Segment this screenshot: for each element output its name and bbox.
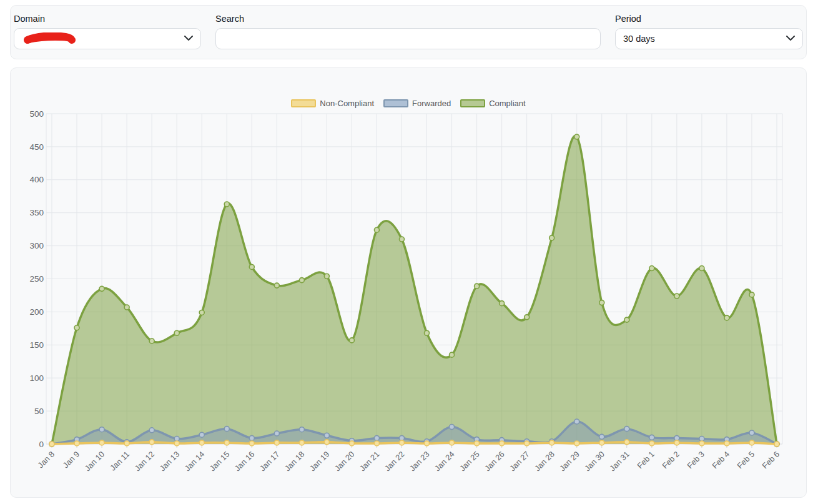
svg-text:Jan 21: Jan 21 bbox=[358, 450, 382, 473]
period-field: Period 30 days bbox=[615, 14, 803, 49]
svg-text:Jan 11: Jan 11 bbox=[108, 450, 131, 473]
svg-text:Jan 16: Jan 16 bbox=[233, 450, 257, 473]
legend-swatch bbox=[383, 99, 408, 107]
legend-swatch bbox=[291, 99, 316, 107]
legend-label: Compliant bbox=[489, 99, 526, 108]
legend-item[interactable]: Non-Compliant bbox=[291, 99, 374, 108]
svg-text:Jan 30: Jan 30 bbox=[583, 450, 606, 473]
chart-card: Non-CompliantForwardedCompliant 05010015… bbox=[10, 67, 807, 498]
period-select[interactable]: 30 days bbox=[615, 28, 803, 49]
svg-text:Jan 31: Jan 31 bbox=[608, 450, 631, 473]
legend-swatch bbox=[460, 99, 485, 107]
legend-item[interactable]: Forwarded bbox=[383, 99, 451, 108]
filters-bar: Domain Search Period 30 days bbox=[10, 5, 807, 59]
search-label: Search bbox=[215, 14, 601, 24]
svg-text:300: 300 bbox=[29, 241, 44, 250]
svg-text:Feb 5: Feb 5 bbox=[735, 450, 756, 471]
period-value: 30 days bbox=[623, 34, 655, 44]
svg-text:Jan 26: Jan 26 bbox=[483, 450, 506, 473]
svg-text:Jan 13: Jan 13 bbox=[158, 450, 182, 473]
domain-select[interactable] bbox=[14, 28, 201, 49]
svg-text:400: 400 bbox=[29, 175, 44, 184]
svg-text:Jan 10: Jan 10 bbox=[82, 450, 106, 473]
svg-text:Jan 27: Jan 27 bbox=[508, 450, 531, 473]
svg-text:Jan 28: Jan 28 bbox=[533, 450, 556, 473]
svg-text:Jan 23: Jan 23 bbox=[408, 450, 431, 473]
svg-text:Jan 29: Jan 29 bbox=[558, 450, 581, 473]
svg-text:350: 350 bbox=[29, 208, 44, 217]
dmarc-dashboard-page: Domain Search Period 30 days bbox=[0, 5, 818, 498]
svg-text:250: 250 bbox=[29, 274, 44, 284]
svg-text:Jan 25: Jan 25 bbox=[458, 450, 481, 473]
svg-text:Feb 1: Feb 1 bbox=[635, 450, 656, 471]
svg-text:Jan 8: Jan 8 bbox=[36, 450, 56, 470]
search-input[interactable] bbox=[215, 28, 601, 49]
svg-text:Jan 24: Jan 24 bbox=[433, 450, 456, 473]
compliance-chart: 050100150200250300350400450500Jan 8Jan 9… bbox=[11, 68, 806, 497]
legend-label: Forwarded bbox=[412, 99, 451, 108]
search-field: Search bbox=[215, 14, 601, 49]
svg-text:150: 150 bbox=[29, 340, 44, 350]
chart-legend: Non-CompliantForwardedCompliant bbox=[11, 99, 806, 108]
svg-text:Jan 14: Jan 14 bbox=[183, 450, 207, 473]
svg-text:500: 500 bbox=[29, 109, 44, 119]
svg-text:200: 200 bbox=[29, 307, 44, 317]
svg-text:Feb 3: Feb 3 bbox=[685, 450, 706, 471]
chevron-down-icon bbox=[786, 36, 795, 41]
svg-text:50: 50 bbox=[34, 407, 44, 416]
svg-text:Jan 15: Jan 15 bbox=[208, 450, 232, 473]
svg-text:Jan 19: Jan 19 bbox=[308, 450, 332, 473]
svg-text:Jan 9: Jan 9 bbox=[61, 450, 81, 470]
svg-text:0: 0 bbox=[39, 440, 44, 449]
svg-text:Feb 6: Feb 6 bbox=[760, 450, 781, 471]
domain-field: Domain bbox=[14, 14, 201, 49]
svg-text:Jan 18: Jan 18 bbox=[283, 450, 307, 473]
redacted-domain-value bbox=[22, 32, 77, 45]
legend-item[interactable]: Compliant bbox=[460, 99, 526, 108]
svg-text:Jan 17: Jan 17 bbox=[258, 450, 282, 473]
period-label: Period bbox=[615, 14, 803, 24]
svg-text:Jan 12: Jan 12 bbox=[132, 450, 156, 473]
svg-text:Jan 20: Jan 20 bbox=[333, 450, 357, 473]
svg-text:100: 100 bbox=[29, 373, 44, 383]
chevron-down-icon bbox=[184, 36, 193, 41]
svg-text:450: 450 bbox=[29, 142, 44, 152]
domain-label: Domain bbox=[14, 14, 201, 24]
legend-label: Non-Compliant bbox=[320, 99, 374, 108]
svg-text:Feb 2: Feb 2 bbox=[660, 450, 681, 471]
svg-text:Jan 22: Jan 22 bbox=[383, 450, 407, 473]
svg-text:Feb 4: Feb 4 bbox=[710, 450, 731, 471]
